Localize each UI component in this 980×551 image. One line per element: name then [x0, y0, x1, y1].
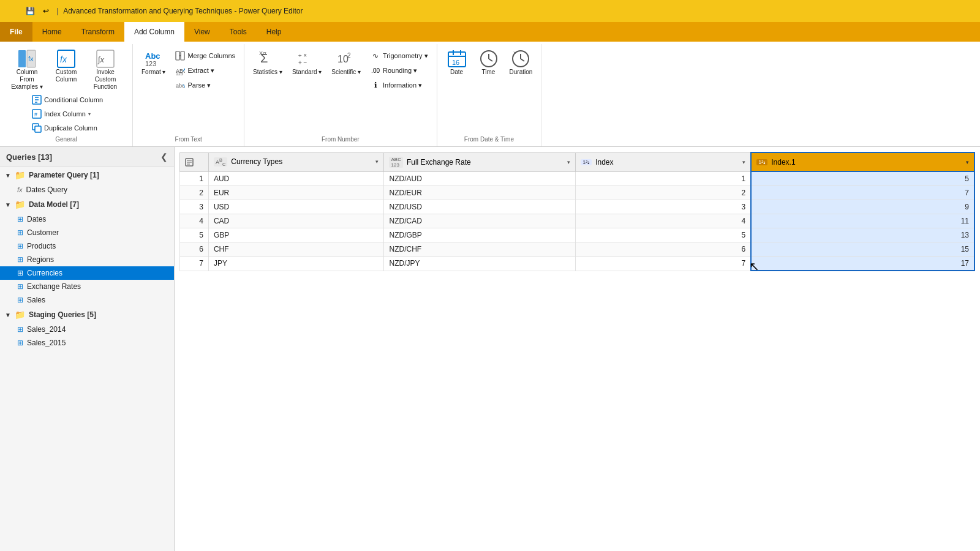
ribbon-group-from-number: Σ Xσ Statistics ▾ ÷ × + − Standard ▾ [244, 44, 437, 146]
svg-text:2: 2 [347, 52, 351, 59]
table-icon-sales: ⊞ [17, 296, 23, 304]
ribbon-group-from-date-time-label: From Date & Time [442, 135, 537, 144]
cell-currency-types: CAD [208, 214, 384, 228]
time-button[interactable]: Time [474, 47, 503, 78]
cell-full-exchange-rate: NZD/AUD [384, 171, 576, 186]
svg-text:Abc: Abc [145, 51, 160, 61]
menu-item-file[interactable]: File [0, 22, 32, 42]
sidebar-item-sales-2015[interactable]: ⊞ Sales_2015 [0, 336, 174, 350]
svg-rect-4 [18, 50, 26, 67]
table-icon-products: ⊞ [17, 242, 23, 250]
title-bar: 💾 ↩ | Advanced Transformation and Queryi… [0, 0, 980, 22]
table-icon-regions: ⊞ [17, 255, 23, 264]
format-button[interactable]: Abc 123 Format ▾ [138, 47, 169, 78]
svg-line-45 [521, 59, 524, 61]
sidebar-item-currencies[interactable]: ⊞ Currencies [0, 266, 174, 280]
merge-columns-button[interactable]: Merge Columns [172, 49, 239, 62]
sidebar-item-exchange-rates[interactable]: ⊞ Exchange Rates [0, 280, 174, 293]
sidebar-item-regions[interactable]: ⊞ Regions [0, 253, 174, 266]
table-icon-currencies: ⊞ [17, 269, 23, 277]
folder-icon-staging: 📁 [15, 310, 25, 320]
invoke-custom-function-button[interactable]: ∫x Invoke CustomFunction [83, 47, 127, 93]
sidebar-collapse-button[interactable]: ❮ [160, 152, 168, 162]
col-dropdown-currency-types[interactable]: ▾ [375, 159, 379, 165]
menu-item-view[interactable]: View [184, 22, 220, 42]
cell-index1: 7 [751, 186, 974, 200]
cell-index: 5 [576, 228, 752, 242]
cell-currency-types: GBP [208, 228, 384, 242]
svg-rect-3 [13, 12, 20, 18]
col-dropdown-full-exchange-rate[interactable]: ▾ [567, 159, 570, 165]
col-header-currency-types[interactable]: ABC Currency Types ▾ [208, 152, 384, 171]
col-dropdown-index[interactable]: ▾ [742, 159, 745, 165]
row-number-cell: 7 [180, 257, 209, 271]
statistics-button[interactable]: Σ Xσ Statistics ▾ [249, 47, 286, 78]
fx-icon: fx [17, 186, 23, 193]
scientific-icon: 10 2 [336, 49, 356, 69]
menu-item-home[interactable]: Home [32, 22, 72, 42]
sidebar-item-customer[interactable]: ⊞ Customer [0, 226, 174, 239]
sidebar-item-sales-2014[interactable]: ⊞ Sales_2014 [0, 323, 174, 336]
merge-columns-icon [175, 51, 185, 61]
conditional-column-button[interactable]: Conditional Column [28, 93, 107, 107]
col-header-label-currency-types: Currency Types [231, 157, 282, 166]
undo-icon[interactable]: ↩ [40, 6, 51, 17]
information-icon: ℹ [371, 80, 380, 90]
date-button[interactable]: 16 Date [442, 47, 472, 78]
extract-button[interactable]: ABC 123 ↗ Extract ▾ [172, 64, 239, 77]
sidebar-group-data-model[interactable]: ▼ 📁 Data Model [7] [0, 197, 174, 212]
svg-text:fx: fx [28, 55, 34, 62]
table-row: 6CHFNZD/CHF615 [180, 242, 975, 257]
custom-column-button[interactable]: fx CustomColumn [51, 47, 81, 86]
col-header-label-index: Index [595, 158, 613, 167]
conditional-column-label: Conditional Column [44, 96, 103, 103]
merge-columns-label: Merge Columns [187, 52, 235, 59]
trigonometry-icon: ∿ [371, 51, 380, 61]
menu-item-add-column[interactable]: Add Column [124, 22, 184, 42]
index-column-dropdown-icon: ▾ [88, 111, 91, 117]
col-dropdown-index1[interactable]: ▾ [966, 159, 969, 165]
svg-rect-0 [5, 4, 12, 10]
menu-item-transform[interactable]: Transform [72, 22, 124, 42]
cell-index: 3 [576, 200, 752, 214]
sidebar-item-dates[interactable]: ⊞ Dates [0, 212, 174, 226]
extract-icon: ABC 123 ↗ [175, 66, 185, 75]
cell-index1: 5 [751, 171, 974, 186]
column-from-examples-button[interactable]: fx Column FromExamples ▾ [5, 47, 49, 93]
sidebar-group-staging-queries[interactable]: ▼ 📁 Staging Queries [5] [0, 307, 174, 323]
ribbon: fx Column FromExamples ▾ fx CustomColumn [0, 42, 980, 147]
trigonometry-button[interactable]: ∿ Trigonometry ▾ [367, 49, 431, 62]
menu-item-help[interactable]: Help [257, 22, 292, 42]
main-area: Queries [13] ❮ ▼ 📁 Parameter Query [1] f… [0, 147, 980, 551]
information-button[interactable]: ℹ Information ▾ [367, 78, 431, 92]
save-icon[interactable]: 💾 [24, 6, 36, 17]
folder-icon-data-model: 📁 [15, 200, 25, 209]
col-header-index[interactable]: 1²₃ Index ▾ [576, 152, 752, 171]
col-header-full-exchange-rate[interactable]: ABC123 Full Exchange Rate ▾ [384, 152, 576, 171]
duration-button[interactable]: Duration [506, 47, 537, 78]
app-icon [5, 4, 20, 18]
sidebar-group-parameter-query[interactable]: ▼ 📁 Parameter Query [1] [0, 167, 174, 183]
standard-button[interactable]: ÷ × + − Standard ▾ [288, 47, 325, 78]
sidebar-item-label-sales: Sales [27, 296, 45, 304]
sidebar-item-sales[interactable]: ⊞ Sales [0, 293, 174, 307]
sidebar-item-label-currencies: Currencies [27, 269, 62, 277]
menu-item-tools[interactable]: Tools [220, 22, 257, 42]
cell-full-exchange-rate: NZD/EUR [384, 186, 576, 200]
sidebar-item-label-exchange-rates: Exchange Rates [27, 282, 81, 291]
table-row: 3USDNZD/USD39 [180, 200, 975, 214]
sidebar-item-dates-query[interactable]: fx Dates Query [0, 183, 174, 197]
col-type-badge-index1: 1²₃ [756, 159, 767, 165]
sidebar-item-products[interactable]: ⊞ Products [0, 239, 174, 253]
parse-button[interactable]: abc ↘ Parse ▾ [172, 78, 239, 92]
content-area: ABC Currency Types ▾ ABC123 Full Exchang… [175, 147, 980, 551]
col-header-index1[interactable]: 1²₃ Index.1 ▾ [751, 152, 974, 171]
folder-expand-icon-staging: ▼ [5, 312, 11, 318]
rounding-button[interactable]: .00 Rounding ▾ [367, 64, 431, 77]
svg-text:↗: ↗ [182, 67, 185, 73]
table-body: 1AUDNZD/AUD152EURNZD/EUR273USDNZD/USD394… [180, 171, 975, 271]
cell-index: 1 [576, 171, 752, 186]
index-column-button[interactable]: # Index Column ▾ [28, 107, 107, 121]
scientific-button[interactable]: 10 2 Scientific ▾ [328, 47, 364, 78]
duplicate-column-button[interactable]: Duplicate Column [28, 121, 107, 135]
